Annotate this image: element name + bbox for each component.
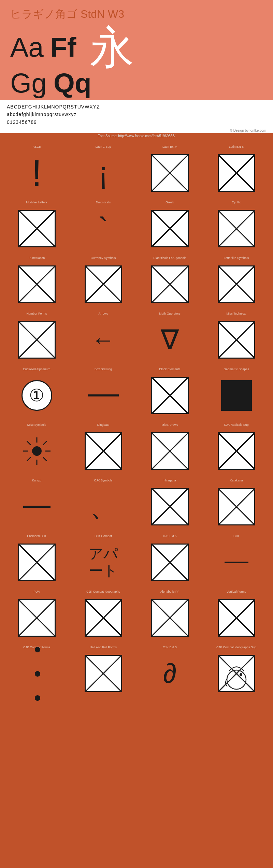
placeholder-box — [151, 488, 189, 525]
inverted-exclamation: ¡ — [98, 158, 109, 188]
fish-placeholder — [218, 655, 255, 692]
grid-item-symbol — [148, 540, 192, 584]
grid-item-label: CJK — [233, 534, 239, 538]
font-title: ヒラギノ角ゴ StdN W3 — [10, 7, 263, 22]
svg-line-6 — [43, 457, 47, 461]
grid-item-symbol — [214, 651, 259, 696]
demo-kanji: 永 — [90, 25, 134, 70]
grid-item-label: CJK Compat — [95, 534, 112, 538]
grid-item: Geometric Shapes — [203, 365, 270, 420]
grid-item-symbol: ` — [81, 206, 126, 251]
grid-item: CJK Ext A — [136, 532, 203, 587]
svg-line-7 — [43, 441, 47, 445]
font-source-text: Font Source: http://www.fontke.com/font/… — [7, 134, 266, 138]
grid-item-symbol: ∇ — [148, 318, 192, 362]
alphabet-lower: abcdefghijklmnopqrstuvwxyz — [7, 111, 266, 118]
grid-item: CJK Symbols、 — [70, 476, 136, 532]
grid-item-label: Geometric Shapes — [224, 367, 249, 372]
grid-item-symbol — [214, 484, 259, 529]
dots-symbol: ••• — [34, 638, 39, 702]
grid-item-symbol — [81, 429, 126, 473]
character-grid: ASCII!Latin 1 Sup¡Latin Ext ALatin Ext B… — [3, 142, 270, 698]
svg-line-5 — [27, 441, 31, 445]
grid-item-label: Hiragana — [163, 479, 176, 483]
copyright-text: © Design by fontke.com — [230, 129, 266, 132]
demo-char-aa: Aa — [10, 34, 44, 61]
grid-item-symbol — [81, 373, 126, 418]
grid-item-label: Box Drawing — [95, 367, 112, 372]
fish-svg — [219, 656, 254, 691]
font-demo: Aa Ff 永 Gg Qq — [10, 25, 263, 97]
grid-item-label: Misc Symbols — [27, 423, 46, 427]
grid-item-label: Block Elements — [159, 367, 180, 372]
grid-item-label: CJK Symbols — [94, 479, 112, 483]
placeholder-box — [85, 432, 122, 470]
demo-char-gg: Gg — [10, 70, 47, 97]
grid-item-label: Katakana — [230, 479, 243, 483]
copyright-row: © Design by fontke.com — [0, 129, 273, 133]
grid-item-label: Kangxi — [32, 479, 42, 483]
grid-item-symbol — [148, 429, 192, 473]
grid-item: Latin Ext B — [203, 142, 270, 198]
grid-item: Box Drawing — [70, 365, 136, 420]
alphabet-upper: ABCDEFGHIJKLMNOPQRSTUVWXYZ — [7, 103, 266, 111]
cjk-backtick-symbol: 、 — [90, 493, 117, 520]
svg-point-0 — [32, 446, 42, 456]
partial-symbol: ∂ — [163, 658, 177, 689]
placeholder-box — [218, 599, 255, 637]
grid-item-symbol — [15, 484, 59, 529]
grid-item-symbol — [214, 596, 259, 640]
grid-item-symbol — [214, 206, 259, 251]
demo-latin-chars: Aa Ff 永 Gg Qq — [10, 25, 134, 97]
grid-item-symbol: ← — [81, 318, 126, 362]
placeholder-box — [151, 432, 189, 470]
cjk-dash-symbol — [225, 562, 248, 563]
grid-item: Math Operators∇ — [136, 309, 203, 365]
grid-item: Latin Ext A — [136, 142, 203, 198]
kangxi-dash-symbol — [23, 506, 51, 508]
grid-item-label: Latin Ext B — [229, 145, 244, 149]
placeholder-box — [18, 321, 56, 359]
grid-item-label: Math Operators — [159, 312, 181, 316]
grid-item-label: ASCII — [33, 145, 41, 149]
grid-item: Number Forms — [3, 309, 70, 365]
circled-1-symbol: ① — [21, 380, 52, 411]
grid-item: Enclosed CJK — [3, 532, 70, 587]
grid-item-label: Enclosed CJK — [27, 534, 46, 538]
placeholder-box — [18, 265, 56, 303]
font-source-row: Font Source: http://www.fontke.com/font/… — [0, 133, 273, 139]
grid-item-label: Arrows — [98, 312, 108, 316]
grid-item-symbol — [81, 651, 126, 696]
grid-item-symbol — [214, 540, 259, 584]
grid-item-symbol: ∂ — [148, 651, 192, 696]
grid-item-label: Vertical Forms — [227, 590, 246, 594]
grid-item-symbol — [81, 596, 126, 640]
placeholder-box — [151, 599, 189, 637]
grid-item: Hiragana — [136, 476, 203, 532]
grid-item: Arrows← — [70, 309, 136, 365]
placeholder-box — [218, 488, 255, 525]
grid-item-symbol — [214, 373, 259, 418]
grid-item: CJK Compat Forms••• — [3, 643, 70, 698]
arrow-left-symbol: ← — [91, 328, 115, 352]
grid-item: CJK Compatアパート — [70, 532, 136, 587]
grid-item-label: CJK Radicals Sup — [224, 423, 249, 427]
grid-item: CJK Compat Ideographs Sup — [203, 643, 270, 698]
grid-item-label: Greek — [166, 201, 174, 205]
placeholder-box — [85, 599, 122, 637]
grid-item-symbol — [214, 429, 259, 473]
grid-item-label: Latin Ext A — [162, 145, 177, 149]
grid-item-label: Number Forms — [26, 312, 47, 316]
digits: 0123456789 — [7, 118, 266, 126]
grid-item-symbol: ••• — [15, 651, 59, 696]
grid-item-symbol: ¡ — [81, 151, 126, 195]
grid-item-symbol: 、 — [81, 484, 126, 529]
grid-item-symbol — [214, 262, 259, 306]
placeholder-box — [218, 432, 255, 470]
placeholder-box — [151, 265, 189, 303]
grid-item-symbol — [15, 262, 59, 306]
grid-item-symbol: ! — [15, 151, 59, 195]
grid-item: Misc Technical — [203, 309, 270, 365]
grid-item-symbol — [15, 318, 59, 362]
grid-item-label: Dingbats — [97, 423, 110, 427]
